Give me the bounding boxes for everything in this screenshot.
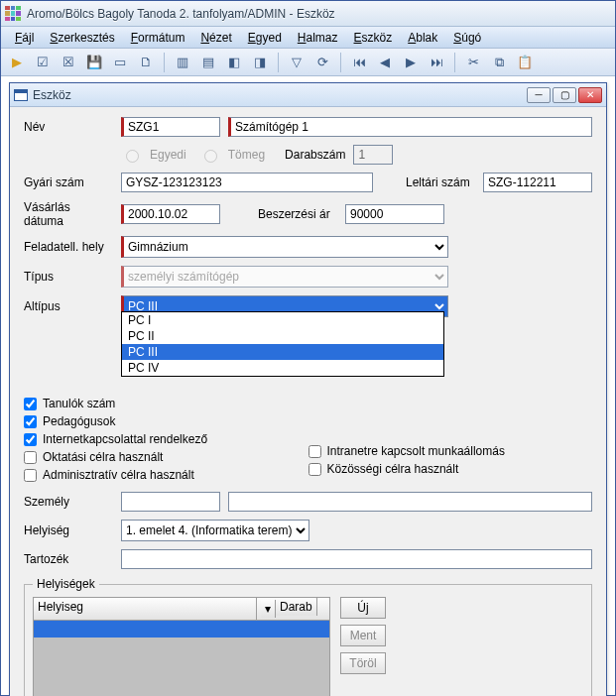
menu-tool[interactable]: Eszköz [346, 29, 401, 47]
menu-window[interactable]: Ablak [400, 29, 445, 47]
tool1-icon[interactable]: ▥ [173, 53, 192, 72]
page-icon[interactable]: ▭ [110, 53, 130, 72]
helyisegek-legend: Helyiségek [33, 577, 99, 591]
label-gyari: Gyári szám [24, 175, 113, 189]
first-icon[interactable]: ⏮ [349, 53, 369, 72]
menu-format[interactable]: Formátum [123, 29, 193, 47]
check-kozossegi[interactable] [308, 463, 321, 476]
toolbar: ▶ ☑ ☒ 💾 ▭ 🗋 ▥ ▤ ◧ ◨ ▽ ⟳ ⏮ ◀ ▶ ⏭ ✂ ⧉ 📋 [1, 49, 615, 76]
input-szemely-name[interactable] [228, 492, 592, 512]
select-tipus: személyi számítógép [121, 266, 448, 288]
child-title: Eszköz [33, 88, 527, 102]
altipus-dropdown-list[interactable]: PC I PC II PC III PC IV [121, 311, 444, 377]
label-vasarlas: Vásárlás dátuma [24, 200, 113, 228]
altipus-option-2[interactable]: PC II [122, 328, 443, 344]
label-helyiseg: Helyiség [24, 523, 113, 537]
paste-icon[interactable]: 📋 [515, 53, 535, 72]
child-window: Eszköz ─ ▢ ✕ Név Egyedi Tömeg Darabszám [9, 82, 607, 696]
grid-selected-row[interactable] [34, 621, 329, 638]
label-kozossegi: Közösségi célra használt [327, 462, 459, 476]
filter-icon[interactable]: ▽ [287, 53, 307, 72]
new-doc-icon[interactable]: 🗋 [136, 53, 156, 72]
btn-torol[interactable]: Töröl [340, 652, 386, 674]
label-leltari: Leltári szám [406, 175, 475, 189]
label-intranet: Intranetre kapcsolt munkaállomás [327, 444, 505, 458]
label-tomeg: Tömeg [228, 148, 265, 162]
input-nev-name[interactable] [228, 117, 592, 137]
label-szemely: Személy [24, 495, 113, 509]
menu-set[interactable]: Halmaz [290, 29, 346, 47]
menu-individual[interactable]: Egyed [240, 29, 290, 47]
input-leltari[interactable] [483, 173, 592, 192]
play-icon[interactable]: ▶ [7, 53, 27, 72]
app-icon [5, 6, 21, 22]
grid-col-darab[interactable]: ▾Darab [257, 598, 329, 620]
tool4-icon[interactable]: ◨ [250, 53, 270, 72]
tool2-icon[interactable]: ▤ [198, 53, 218, 72]
last-icon[interactable]: ⏭ [427, 53, 446, 72]
label-nev: Név [24, 120, 113, 134]
altipus-option-3[interactable]: PC III [122, 344, 443, 360]
menu-edit[interactable]: Szerkesztés [42, 29, 122, 47]
maximize-button[interactable]: ▢ [553, 87, 576, 103]
menu-file[interactable]: Fájl [7, 29, 42, 47]
helyisegek-group: Helyiségek Helyiseg ▾Darab [24, 577, 592, 696]
radio-tomeg [204, 150, 217, 163]
label-egyedi: Egyedi [150, 148, 186, 162]
next-icon[interactable]: ▶ [401, 53, 421, 72]
grid-header: Helyiseg ▾Darab [33, 597, 330, 621]
check-intranet[interactable] [308, 445, 321, 458]
check-admin[interactable] [24, 469, 37, 482]
grid-body[interactable] [33, 621, 330, 696]
tool3-icon[interactable]: ◧ [224, 53, 244, 72]
form-icon [14, 89, 28, 101]
input-darabszam [353, 145, 393, 165]
close-button[interactable]: ✕ [578, 87, 602, 103]
cut-icon[interactable]: ✂ [463, 53, 483, 72]
input-szemely-code[interactable] [121, 492, 220, 512]
prev-icon[interactable]: ◀ [375, 53, 395, 72]
menubar: Fájl Szerkesztés Formátum Nézet Egyed Ha… [1, 27, 615, 49]
mdi-area: Eszköz ─ ▢ ✕ Név Egyedi Tömeg Darabszám [1, 76, 615, 695]
select-helyiseg[interactable]: 1. emelet 4. (Informatika terem) [121, 520, 309, 541]
label-beszerzesi: Beszerzési ár [258, 207, 337, 221]
check-internet[interactable] [24, 433, 37, 446]
input-vasarlas[interactable] [121, 204, 220, 224]
label-tartozek: Tartozék [24, 552, 113, 566]
radio-egyedi [126, 150, 139, 163]
label-tipus: Típus [24, 270, 113, 284]
save-icon[interactable]: 💾 [84, 53, 104, 72]
label-tanulok: Tanulók szám [43, 397, 115, 410]
app-titlebar: Aromo/Bölcs Bagoly Tanoda 2. tanfolyam/A… [1, 1, 615, 27]
refresh-icon[interactable]: ⟳ [312, 53, 332, 72]
check-tanulok[interactable] [24, 398, 37, 410]
altipus-option-4[interactable]: PC IV [122, 360, 443, 376]
app-title: Aromo/Bölcs Bagoly Tanoda 2. tanfolyam/A… [27, 7, 611, 21]
altipus-option-1[interactable]: PC I [122, 312, 443, 328]
label-altipus: Altípus [24, 299, 113, 313]
input-gyari[interactable] [121, 173, 373, 192]
select-feladatell[interactable]: Gimnázium [121, 236, 448, 258]
btn-uj[interactable]: Új [340, 597, 386, 619]
menu-help[interactable]: Súgó [445, 29, 489, 47]
copy-icon[interactable]: ⧉ [489, 53, 509, 72]
btn-ment[interactable]: Ment [340, 625, 386, 646]
label-internet: Internetkapcsolattal rendelkező [43, 432, 207, 446]
input-beszerzesi[interactable] [345, 204, 444, 224]
app-window: Aromo/Bölcs Bagoly Tanoda 2. tanfolyam/A… [0, 0, 616, 696]
grid-col-helyiseg[interactable]: Helyiseg [34, 598, 257, 620]
child-titlebar[interactable]: Eszköz ─ ▢ ✕ [10, 83, 606, 107]
input-tartozek[interactable] [121, 549, 592, 569]
label-feladatell: Feladatell. hely [24, 240, 113, 254]
label-pedagogusok: Pedagógusok [43, 414, 115, 428]
cancel-icon[interactable]: ☒ [59, 53, 78, 72]
minimize-button[interactable]: ─ [527, 87, 551, 103]
label-oktatasi: Oktatási célra használt [43, 450, 163, 464]
label-darabszam: Darabszám [285, 148, 345, 162]
check-oktatasi[interactable] [24, 451, 37, 464]
form-body: Név Egyedi Tömeg Darabszám Gyári szám Le… [10, 107, 606, 696]
input-nev-code[interactable] [121, 117, 220, 137]
menu-view[interactable]: Nézet [192, 29, 239, 47]
check-icon[interactable]: ☑ [33, 53, 53, 72]
check-pedagogusok[interactable] [24, 415, 37, 428]
